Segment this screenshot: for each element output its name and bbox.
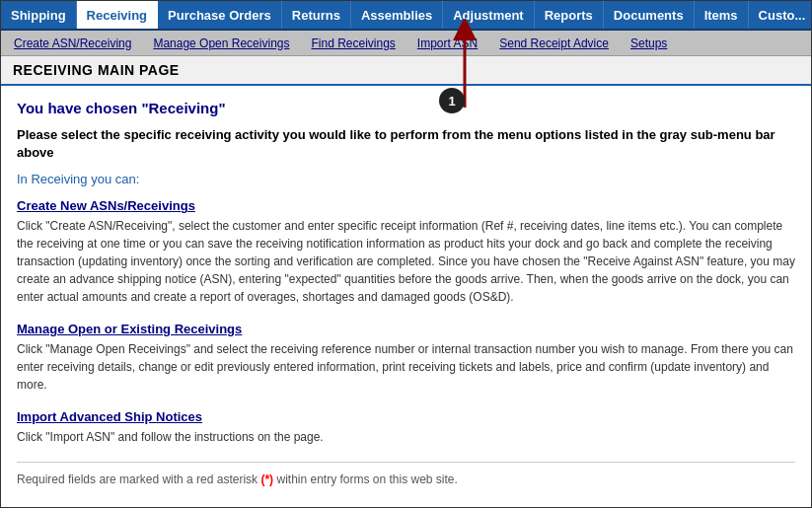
section-body-2: Click "Import ASN" and follow the instru… [17,428,795,446]
sub-nav-item-create-asnreceiving[interactable]: Create ASN/Receiving [3,34,142,53]
top-nav-item-items[interactable]: Items [695,1,749,29]
top-nav-item-assemblies[interactable]: Assemblies [351,1,443,29]
top-nav-item-custo[interactable]: Custo... [749,1,812,29]
section-body-1: Click "Manage Open Receivings" and selec… [17,340,795,394]
section-body-0: Click "Create ASN/Receiving", select the… [17,217,795,306]
section-title-0[interactable]: Create New ASNs/Receivings [17,198,795,213]
sub-nav-item-setups[interactable]: Setups [620,34,678,53]
page-title: Receiving Main Page [13,62,799,78]
top-nav: ShippingReceivingPurchase OrdersReturnsA… [1,1,811,31]
sub-nav-item-find-receivings[interactable]: Find Receivings [300,34,406,53]
top-nav-item-shipping[interactable]: Shipping [1,1,77,29]
top-nav-item-returns[interactable]: Returns [282,1,351,29]
sub-nav-item-send-receipt-advice[interactable]: Send Receipt Advice [488,34,620,53]
top-nav-item-purchase-orders[interactable]: Purchase Orders [158,1,282,29]
main-heading: You have chosen "Receiving" [17,100,795,116]
section-1: Manage Open or Existing ReceivingsClick … [17,322,795,394]
top-nav-item-reports[interactable]: Reports [535,1,604,29]
section-title-2[interactable]: Import Advanced Ship Notices [17,409,795,424]
subtitle-text: Please select the specific receiving act… [17,126,795,162]
sub-nav-item-manage-open-receivings[interactable]: Manage Open Receivings [142,34,300,53]
section-title-1[interactable]: Manage Open or Existing Receivings [17,322,795,336]
page-title-bar: Receiving Main Page [1,56,811,86]
top-nav-item-receiving[interactable]: Receiving [77,1,158,29]
section-2: Import Advanced Ship NoticesClick "Impor… [17,409,795,446]
footer-note: Required fields are marked with a red as… [17,462,795,486]
in-receiving-text: In Receiving you can: [17,172,795,186]
top-nav-item-documents[interactable]: Documents [604,1,695,29]
top-nav-item-adjustment[interactable]: Adjustment [443,1,535,29]
sub-nav-item-import-asn[interactable]: Import ASN [406,34,488,53]
sub-nav: Create ASN/ReceivingManage Open Receivin… [1,31,811,56]
section-0: Create New ASNs/ReceivingsClick "Create … [17,198,795,306]
